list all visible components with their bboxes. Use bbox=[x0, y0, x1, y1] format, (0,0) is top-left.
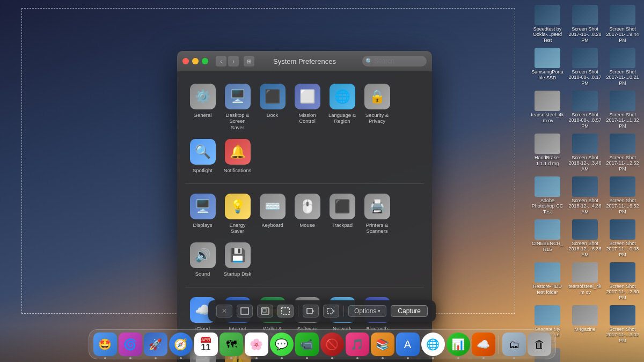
spotlight-icon: 🔍 bbox=[190, 139, 216, 165]
desktop-icon-4[interactable]: Screen Shot 2018-08-...8.17 PM bbox=[566, 46, 604, 88]
desktop-icon-label-3: SamsungPortable SSD bbox=[531, 69, 564, 81]
capture-fullscreen-button[interactable] bbox=[237, 305, 253, 317]
dock-finder[interactable]: 🤩 bbox=[93, 333, 117, 356]
desktop-icon-5[interactable]: Screen Shot 2017-11-...0.21 PM bbox=[604, 46, 641, 88]
dock-safari[interactable]: 🧭 bbox=[169, 333, 193, 356]
pref-general[interactable]: ⚙️ General bbox=[185, 79, 220, 135]
dock-appstore[interactable]: A bbox=[396, 333, 420, 356]
desktop-icon-thumb-4 bbox=[572, 48, 598, 68]
desktop-icon-8[interactable]: Screen Shot 2017-11-...1.32 PM bbox=[604, 88, 641, 131]
svg-marker-5 bbox=[312, 310, 314, 312]
search-icon: 🔍 bbox=[365, 58, 373, 65]
desktop-icon-14[interactable]: Screen Shot 2017-11-...6.52 PM bbox=[604, 174, 641, 217]
pref-desktop[interactable]: 🖥️ Desktop & Screen Saver bbox=[220, 79, 255, 135]
dock-istat[interactable]: 📊 bbox=[447, 333, 470, 356]
desktop-icon-10[interactable]: Screen Shot 2018-12-...3.46 AM bbox=[566, 131, 604, 174]
options-button[interactable]: Options ▾ bbox=[348, 305, 386, 317]
desktop-icon-6[interactable]: tearsofsteel_4k.m ov bbox=[529, 88, 566, 131]
capture-window-button[interactable] bbox=[257, 305, 273, 317]
desktop-icon-7[interactable]: Screen Shot 2018-08-...8.57 PM bbox=[566, 88, 604, 131]
close-button[interactable] bbox=[182, 58, 189, 64]
maximize-button[interactable] bbox=[202, 58, 208, 64]
pref-language[interactable]: 🌐 Language & Region bbox=[325, 79, 360, 135]
trackpad-label: Trackpad bbox=[332, 222, 353, 228]
close-capture-button[interactable]: ✕ bbox=[216, 305, 232, 317]
pref-sound[interactable]: 🔊 Sound bbox=[185, 238, 220, 281]
pref-security[interactable]: 🔒 Security & Privacy bbox=[360, 79, 394, 135]
desktop-icon-13[interactable]: Screen Shot 2018-12-...4.36 AM bbox=[566, 174, 604, 217]
desktop-icon-12[interactable]: Adobe Photoshop CC Test bbox=[529, 174, 566, 217]
desktop-icon-thumb-21 bbox=[535, 305, 560, 326]
security-icon: 🔒 bbox=[364, 84, 390, 109]
desktop-icon-thumb-10 bbox=[572, 134, 598, 154]
pref-mission[interactable]: ⬜ Mission Control bbox=[290, 79, 325, 135]
titlebar: ‹ › ⊞ System Preferences 🔍 bbox=[177, 51, 432, 71]
minimize-button[interactable] bbox=[192, 58, 199, 64]
desktop-icon-18[interactable]: Restore-HDD test folder bbox=[529, 260, 566, 303]
pref-printers[interactable]: 🖨️ Printers & Scanners bbox=[360, 189, 394, 239]
desktop-icon-19[interactable]: tearsofsteel_4k.m ov bbox=[566, 260, 604, 303]
pref-keyboard[interactable]: ⌨️ Keyboard bbox=[255, 189, 290, 239]
desktop-icon-16[interactable]: Screen Shot 2018-12-...6.36 AM bbox=[566, 217, 604, 260]
desktop-icon-0[interactable]: Speedtest by Ookla-...peed Test bbox=[529, 3, 566, 46]
forward-button[interactable]: › bbox=[228, 56, 239, 67]
dock-trash[interactable]: 🗑 bbox=[528, 333, 551, 356]
desktop-icon-9[interactable]: HandBrake-1.1.1.d mg bbox=[529, 131, 566, 174]
prefs-section-1: ⚙️ General 🖥️ Desktop & Screen Saver ⬛ D… bbox=[185, 79, 424, 184]
svg-rect-0 bbox=[241, 308, 248, 314]
grid-view-button[interactable]: ⊞ bbox=[244, 56, 254, 67]
sound-icon: 🔊 bbox=[190, 242, 216, 268]
pref-dock[interactable]: ⬛ Dock bbox=[255, 79, 290, 135]
dock-calendar[interactable]: APR11 bbox=[194, 333, 218, 356]
pref-mouse[interactable]: 🖱️ Mouse bbox=[290, 189, 325, 239]
toolbar-divider-2 bbox=[343, 306, 344, 316]
desktop-icon-17[interactable]: Screen Shot 2017-11-...0.08 PM bbox=[604, 217, 641, 260]
desktop-icon-thumb-16 bbox=[572, 219, 598, 240]
desktop-icon-15[interactable]: CINEBENCH_R15 bbox=[529, 217, 566, 260]
dock-facetime[interactable]: 📹 bbox=[295, 333, 319, 356]
desktop-icon-label-14: Screen Shot 2017-11-...6.52 PM bbox=[606, 198, 639, 215]
printers-label: Printers & Scanners bbox=[362, 222, 392, 234]
dock-books[interactable]: 📚 bbox=[371, 333, 394, 356]
desktop-icon-thumb-5 bbox=[610, 48, 635, 68]
fullscreen-icon bbox=[240, 307, 249, 315]
desktop-icon-3[interactable]: SamsungPortable SSD bbox=[529, 46, 566, 88]
dock-soundcloud[interactable]: ☁️ bbox=[472, 333, 495, 356]
dock-photos[interactable]: 🌸 bbox=[245, 333, 268, 356]
desktop-icon-1[interactable]: Screen Shot 2017-11-...8.28 PM bbox=[566, 3, 604, 46]
video2-icon bbox=[327, 307, 335, 315]
general-label: General bbox=[194, 112, 212, 118]
desktop-icon-11[interactable]: Screen Shot 2017-11-...2.52 PM bbox=[604, 131, 641, 174]
pref-energy[interactable]: 💡 Energy Saver bbox=[220, 189, 255, 239]
desktop-icon-20[interactable]: Screen Shot 2017-11-...2.50 PM bbox=[604, 260, 641, 303]
pref-startup[interactable]: 💾 Startup Disk bbox=[220, 238, 255, 281]
dock-donotdisturb[interactable]: 🚫 bbox=[320, 333, 344, 356]
dock-launchpad[interactable]: 🚀 bbox=[144, 333, 167, 356]
desktop-icon-thumb-11 bbox=[610, 134, 635, 154]
dock-chrome[interactable]: 🌐 bbox=[421, 333, 445, 356]
dock-itunes[interactable]: 🎵 bbox=[346, 333, 369, 356]
back-button[interactable]: ‹ bbox=[216, 56, 226, 67]
desktop-icon-thumb-9 bbox=[535, 134, 560, 154]
dock-maps[interactable]: 🗺 bbox=[219, 333, 243, 356]
desktop-icon-2[interactable]: Screen Shot 2017-11-...9.44 PM bbox=[604, 3, 641, 46]
dock-finder2[interactable]: 🗂 bbox=[502, 333, 526, 356]
dock-messages[interactable]: 💬 bbox=[270, 333, 294, 356]
capture-video-button[interactable] bbox=[303, 305, 319, 317]
capture-selection-button[interactable] bbox=[277, 305, 294, 317]
desktop-icon-label-18: Restore-HDD test folder bbox=[531, 284, 564, 295]
desktop-icon-label-8: Screen Shot 2017-11-...1.32 PM bbox=[606, 112, 639, 129]
startup-label: Startup Disk bbox=[224, 271, 252, 277]
desktop-icon-label-2: Screen Shot 2017-11-...9.44 PM bbox=[606, 26, 639, 43]
keyboard-label: Keyboard bbox=[261, 222, 283, 228]
pref-spotlight[interactable]: 🔍 Spotlight bbox=[185, 135, 220, 178]
dock-siri[interactable]: 🌀 bbox=[119, 333, 142, 356]
capture-button[interactable]: Capture bbox=[391, 305, 428, 317]
capture-label: Capture bbox=[398, 307, 421, 315]
pref-notifications[interactable]: 🔔 Notifications bbox=[220, 135, 255, 178]
desktop-icon-label-19: tearsofsteel_4k.m ov bbox=[568, 284, 602, 295]
pref-trackpad[interactable]: ⬛ Trackpad bbox=[325, 189, 360, 239]
pref-displays[interactable]: 🖥️ Displays bbox=[185, 189, 220, 239]
capture-video2-button[interactable] bbox=[323, 305, 339, 317]
window-icon bbox=[261, 307, 269, 315]
